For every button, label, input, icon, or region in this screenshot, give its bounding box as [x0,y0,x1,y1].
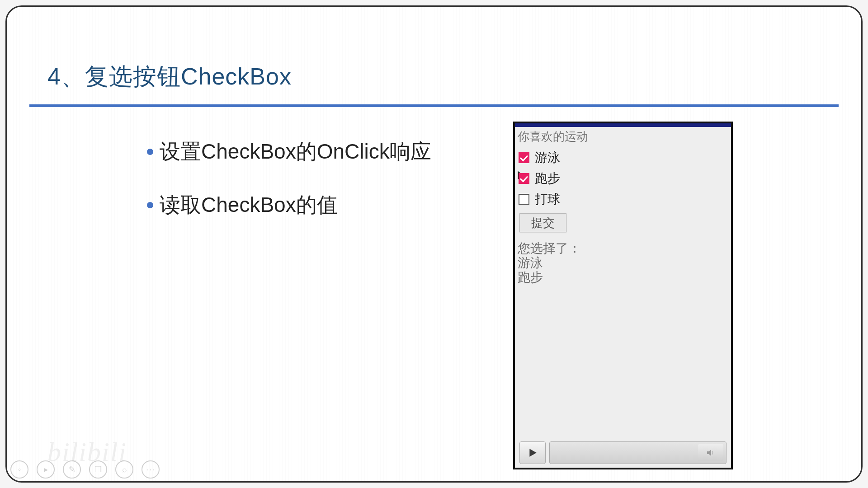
bullet-text: 设置CheckBox的OnClick响应 [160,138,431,166]
bullet-text: 读取CheckBox的值 [160,191,338,219]
svg-marker-0 [529,449,536,457]
pen-tool-icon[interactable]: ✎ [63,460,81,479]
result-item: 游泳 [518,256,728,270]
bullet-item: 读取CheckBox的值 [147,191,431,219]
checkbox-row[interactable]: 打球 [515,189,731,210]
submit-label: 提交 [531,215,555,231]
play-icon [528,448,538,458]
slide-title: 4、复选按钮CheckBox [47,61,292,93]
result-heading: 您选择了： [518,241,728,256]
checkbox-label: 打球 [535,191,560,208]
presenter-toolbar: ◦ ▸ ✎ ❐ ⌕ ⋯ [10,460,160,479]
checkbox-row[interactable]: 游泳 [515,147,731,168]
more-tool-icon[interactable]: ⋯ [142,460,160,479]
app-prompt-label: 你喜欢的运动 [515,127,731,147]
slide-frame: 4、复选按钮CheckBox 设置CheckBox的OnClick响应 读取Ch… [5,5,863,483]
volume-button[interactable] [698,444,723,461]
submit-button[interactable]: 提交 [519,213,566,232]
seek-bar[interactable] [549,441,726,464]
speaker-icon [706,448,715,457]
result-item: 跑步 [518,270,728,285]
pointer-tool-icon[interactable]: ◦ [10,460,28,479]
checkbox-label: 跑步 [535,170,560,187]
svg-marker-1 [707,450,711,456]
zoom-tool-icon[interactable]: ⌕ [115,460,133,479]
phone-statusbar [515,123,731,127]
title-underline [29,104,839,107]
next-tool-icon[interactable]: ▸ [37,460,55,479]
phone-bottom-bar [519,441,726,464]
checkbox-row[interactable]: 跑步 [515,168,731,189]
checkbox-icon[interactable] [519,173,529,184]
result-block: 您选择了： 游泳 跑步 [515,232,731,285]
checkbox-icon[interactable] [519,152,529,163]
checkbox-icon[interactable] [519,194,529,205]
phone-mock: 你喜欢的运动 游泳 跑步 打球 提交 您选择了： 游泳 跑步 [513,122,733,469]
bullet-item: 设置CheckBox的OnClick响应 [147,138,431,166]
play-button[interactable] [519,441,546,464]
checkbox-label: 游泳 [535,149,560,166]
copy-tool-icon[interactable]: ❐ [89,460,107,479]
bullet-list: 设置CheckBox的OnClick响应 读取CheckBox的值 [147,138,431,244]
